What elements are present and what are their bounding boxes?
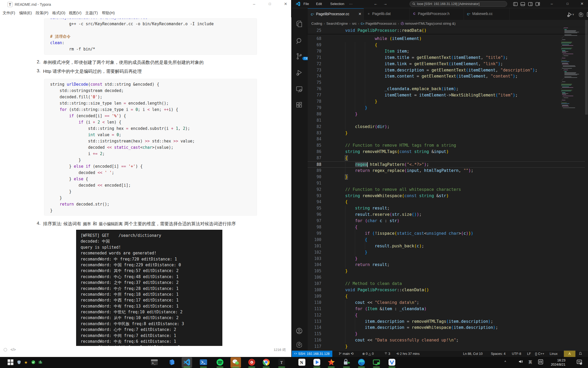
navigate-back-icon[interactable]: ← — [374, 1, 378, 6]
taskbar-vscode-icon[interactable] — [183, 358, 191, 367]
typora-minimize-button[interactable]: – — [248, 0, 260, 8]
ports[interactable]: 3 — [384, 351, 390, 357]
indentation[interactable]: Spaces: 4 — [491, 351, 506, 357]
notification-center-icon[interactable]: 1 — [576, 359, 582, 366]
tray-star-icon[interactable]: ★ — [24, 360, 29, 365]
settings-gear-icon[interactable] — [296, 341, 304, 349]
customize-layout-icon[interactable] — [536, 2, 540, 6]
navigate-forward-icon[interactable]: → — [383, 1, 387, 6]
run-button[interactable] — [567, 12, 573, 17]
typora-source-mode-icon[interactable]: </> — [10, 347, 16, 352]
vscode-menu-file[interactable]: File — [303, 2, 309, 6]
toggle-sidebar-icon[interactable] — [513, 2, 518, 6]
breadcrumb-item[interactable]: src — [352, 22, 356, 25]
notifications-bell[interactable] — [579, 351, 582, 357]
taskbar-clock[interactable]: 16:232024/8/21 — [549, 358, 565, 367]
search-icon[interactable] — [296, 37, 304, 46]
tab-Makeweb.cc[interactable]: C+Makeweb.cc — [464, 8, 510, 20]
account-icon[interactable] — [296, 327, 304, 336]
tab-PagelibProcessor.h[interactable]: CPagelibProcessor.h — [410, 8, 464, 20]
vscode-maximize-button[interactable]: □ — [561, 0, 574, 8]
vscode-editor[interactable]: 68 while (itemElement)69 {70 Item item;7… — [308, 34, 588, 350]
typora-menu-2[interactable]: 编辑(E) — [19, 11, 32, 16]
remote-indicator[interactable]: SSH: 192.168.31.128 — [292, 351, 332, 357]
code-text: return result; — [345, 262, 390, 268]
toggle-secondary-sidebar-icon[interactable] — [528, 2, 533, 6]
vscode-minimize-button[interactable]: – — [546, 0, 558, 8]
run-dropdown-icon[interactable]: ∨ — [572, 12, 578, 17]
tray-expand-icon[interactable]: ^ — [505, 360, 506, 364]
typora-menu-6[interactable]: 主题(T) — [85, 11, 98, 16]
vscode-sticky-scroll[interactable]: 25void PagelibProcessor::readData() — [308, 27, 587, 34]
makefile-code-block[interactable]: bin/KeyRecomander.o: src/KeyRecomander.c… — [44, 18, 257, 55]
vscode-menu-selection[interactable]: Selection — [330, 2, 344, 6]
breadcrumb-item[interactable]: SearchEngine — [326, 22, 348, 25]
tray-bars-icon[interactable] — [38, 360, 43, 365]
typora-menu-4[interactable]: 格式(O) — [52, 11, 65, 16]
vscode-menu-edit[interactable]: Edit — [316, 2, 322, 6]
vscode-scrollbar[interactable] — [585, 20, 588, 350]
ime-mode-icon[interactable] — [538, 359, 543, 365]
run-debug-icon[interactable] — [296, 69, 304, 78]
taskbar-terminal-icon[interactable]: >_ — [150, 358, 159, 367]
taskbar-chrome-icon[interactable] — [262, 358, 271, 367]
toggle-panel-icon[interactable] — [521, 2, 525, 6]
volume-icon[interactable] — [518, 359, 523, 365]
remote-explorer-icon[interactable] — [296, 85, 304, 94]
eol[interactable]: LF — [527, 351, 531, 357]
taskbar-player-icon[interactable] — [313, 358, 321, 367]
explorer-icon[interactable] — [296, 20, 304, 29]
vscode-minimap[interactable] — [561, 28, 585, 109]
taskbar-paint3d-icon[interactable] — [168, 358, 176, 367]
tray-check-icon[interactable] — [31, 360, 36, 365]
breadcrumb-item[interactable]: Coding — [311, 22, 322, 25]
taskbar-notion-icon[interactable]: N — [298, 358, 306, 367]
taskbar-honeyview-icon[interactable] — [248, 358, 256, 367]
typora-close-button[interactable]: ✕ — [280, 0, 291, 8]
typora-menu-1[interactable]: 文件(F) — [3, 11, 15, 16]
vscode-breadcrumbs[interactable]: Coding›SearchEngine›src›C+ PagelibProces… — [308, 20, 588, 27]
taskbar-edge-icon[interactable] — [358, 358, 366, 367]
command-center-search[interactable]: looe [SSH: 192.168.31.128] [Administrato… — [410, 1, 507, 7]
typora-menu-3[interactable]: 段落(P) — [36, 11, 48, 16]
minimap-line — [561, 104, 561, 105]
tray-shield-icon[interactable] — [17, 360, 22, 365]
gear-icon[interactable] — [578, 12, 584, 17]
taskbar-capture-icon[interactable] — [372, 358, 381, 367]
breadcrumb-item[interactable]: C+ PagelibProcessor.cc — [361, 22, 396, 25]
vscode-menu-moremoremore[interactable]: ··· — [349, 2, 353, 6]
extension-alert[interactable]: Λ — [564, 351, 575, 357]
typora-document[interactable]: bin/KeyRecomander.o: src/KeyRecomander.c… — [0, 17, 291, 346]
taskbar-wechat-icon[interactable] — [232, 358, 240, 367]
source-control-icon[interactable]: 738 — [296, 53, 304, 61]
tab-PagelibProcessor.cc[interactable]: C+PagelibProcessor.cc✕ — [308, 8, 364, 20]
taskbar-ev-icon[interactable] — [388, 358, 396, 367]
taskbar-todesk-icon[interactable] — [343, 358, 351, 367]
code-lines: string urlDecode(const std::string &enco… — [44, 81, 257, 214]
taskbar-typora-icon[interactable]: T — [278, 358, 286, 367]
breadcrumb-item[interactable]: removeHTMLTags(const string &) — [401, 22, 455, 25]
taskbar-powershell-icon[interactable] — [200, 358, 208, 367]
typora-menu-5[interactable]: 视图(V) — [69, 11, 81, 16]
problems[interactable]: ⊗ 0 △ 0 — [362, 351, 374, 357]
urldecode-code-block[interactable]: string urlDecode(const std::string &enco… — [44, 79, 257, 216]
typora-maximize-button[interactable]: □ — [264, 0, 276, 8]
git-branch[interactable]: main ⟲ — [339, 351, 354, 357]
tab-close-icon[interactable]: ✕ — [358, 12, 361, 16]
cursor-position[interactable]: Ln 88, Col 10 — [463, 351, 482, 357]
extensions-icon[interactable] — [296, 101, 304, 110]
typora-outline-icon[interactable] — [4, 348, 7, 351]
taskbar-bandizip-star-icon[interactable] — [327, 358, 336, 367]
line-number: 111 — [308, 306, 321, 312]
typora-menu-7[interactable]: 帮助(H) — [102, 11, 115, 16]
vscode-close-button[interactable]: ✕ — [576, 0, 588, 8]
encoding[interactable]: UTF-8 — [512, 351, 521, 357]
split-editor-icon[interactable] — [586, 12, 588, 17]
wakatime[interactable]: ⟲ 2 hrs 37 mins — [396, 351, 420, 357]
remote-os[interactable]: Linux — [550, 351, 558, 357]
tab-Pagelib.dat[interactable]: ≡Pagelib.dat — [364, 8, 410, 20]
ime-language-indicator[interactable]: 英 — [528, 360, 532, 365]
start-button[interactable] — [7, 359, 16, 367]
language-mode[interactable]: {} C++ — [535, 351, 544, 357]
taskbar-spotify-icon[interactable] — [216, 358, 224, 367]
